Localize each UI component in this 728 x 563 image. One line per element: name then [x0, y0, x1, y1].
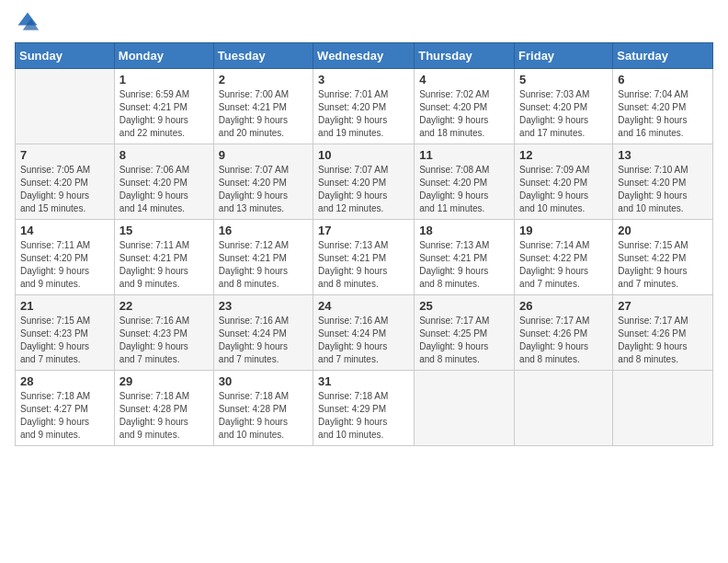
day-number: 27	[618, 299, 708, 313]
day-number: 30	[219, 374, 308, 388]
calendar-cell: 3Sunrise: 7:01 AM Sunset: 4:20 PM Daylig…	[313, 69, 415, 144]
header	[15, 9, 713, 35]
header-friday: Friday	[515, 43, 613, 69]
day-number: 29	[119, 374, 209, 388]
day-info: Sunrise: 7:17 AM Sunset: 4:25 PM Dayligh…	[419, 315, 509, 366]
day-number: 19	[519, 224, 608, 237]
header-thursday: Thursday	[415, 43, 515, 69]
day-number: 28	[20, 374, 109, 388]
calendar-cell: 7Sunrise: 7:05 AM Sunset: 4:20 PM Daylig…	[16, 144, 115, 220]
day-info: Sunrise: 7:11 AM Sunset: 4:21 PM Dayligh…	[119, 239, 209, 291]
day-info: Sunrise: 7:09 AM Sunset: 4:20 PM Dayligh…	[519, 164, 608, 215]
day-number: 5	[519, 73, 608, 86]
calendar-cell: 10Sunrise: 7:07 AM Sunset: 4:20 PM Dayli…	[313, 144, 415, 220]
day-info: Sunrise: 7:01 AM Sunset: 4:20 PM Dayligh…	[318, 88, 409, 140]
calendar-cell	[515, 371, 613, 446]
calendar-week-row: 21Sunrise: 7:15 AM Sunset: 4:23 PM Dayli…	[16, 295, 713, 371]
day-info: Sunrise: 7:00 AM Sunset: 4:21 PM Dayligh…	[219, 88, 308, 140]
day-number: 2	[219, 73, 308, 86]
calendar-cell: 11Sunrise: 7:08 AM Sunset: 4:20 PM Dayli…	[415, 144, 515, 220]
calendar-cell: 24Sunrise: 7:16 AM Sunset: 4:24 PM Dayli…	[313, 295, 415, 371]
header-saturday: Saturday	[613, 43, 713, 69]
day-info: Sunrise: 7:07 AM Sunset: 4:20 PM Dayligh…	[318, 164, 409, 215]
calendar-cell: 22Sunrise: 7:16 AM Sunset: 4:23 PM Dayli…	[114, 295, 213, 371]
calendar-cell: 25Sunrise: 7:17 AM Sunset: 4:25 PM Dayli…	[415, 295, 515, 371]
day-number: 7	[20, 148, 109, 162]
calendar-cell: 30Sunrise: 7:18 AM Sunset: 4:28 PM Dayli…	[213, 371, 313, 446]
day-number: 8	[119, 148, 209, 162]
logo	[15, 9, 44, 35]
day-info: Sunrise: 7:17 AM Sunset: 4:26 PM Dayligh…	[618, 315, 708, 366]
day-number: 15	[119, 224, 209, 237]
calendar-cell: 14Sunrise: 7:11 AM Sunset: 4:20 PM Dayli…	[16, 220, 115, 295]
calendar-week-row: 7Sunrise: 7:05 AM Sunset: 4:20 PM Daylig…	[16, 144, 713, 220]
logo-icon	[15, 9, 40, 35]
day-info: Sunrise: 7:18 AM Sunset: 4:29 PM Dayligh…	[318, 390, 409, 442]
calendar-cell: 8Sunrise: 7:06 AM Sunset: 4:20 PM Daylig…	[114, 144, 213, 220]
header-tuesday: Tuesday	[213, 43, 313, 69]
day-number: 14	[20, 224, 109, 237]
day-info: Sunrise: 7:18 AM Sunset: 4:28 PM Dayligh…	[219, 390, 308, 442]
day-info: Sunrise: 7:05 AM Sunset: 4:20 PM Dayligh…	[20, 164, 109, 215]
day-number: 20	[618, 224, 708, 237]
day-number: 4	[419, 73, 509, 86]
calendar-cell: 15Sunrise: 7:11 AM Sunset: 4:21 PM Dayli…	[114, 220, 213, 295]
day-number: 13	[618, 148, 708, 162]
calendar-cell: 12Sunrise: 7:09 AM Sunset: 4:20 PM Dayli…	[515, 144, 613, 220]
day-number: 24	[318, 299, 409, 313]
day-number: 12	[519, 148, 608, 162]
day-number: 22	[119, 299, 209, 313]
calendar-cell: 17Sunrise: 7:13 AM Sunset: 4:21 PM Dayli…	[313, 220, 415, 295]
calendar-week-row: 14Sunrise: 7:11 AM Sunset: 4:20 PM Dayli…	[16, 220, 713, 295]
day-info: Sunrise: 7:11 AM Sunset: 4:20 PM Dayligh…	[20, 239, 109, 291]
calendar-cell: 27Sunrise: 7:17 AM Sunset: 4:26 PM Dayli…	[613, 295, 713, 371]
calendar-cell: 13Sunrise: 7:10 AM Sunset: 4:20 PM Dayli…	[613, 144, 713, 220]
day-number: 10	[318, 148, 409, 162]
calendar-cell: 5Sunrise: 7:03 AM Sunset: 4:20 PM Daylig…	[515, 69, 613, 144]
day-info: Sunrise: 7:16 AM Sunset: 4:24 PM Dayligh…	[219, 315, 308, 366]
day-info: Sunrise: 7:03 AM Sunset: 4:20 PM Dayligh…	[519, 88, 608, 140]
calendar-cell: 23Sunrise: 7:16 AM Sunset: 4:24 PM Dayli…	[213, 295, 313, 371]
day-info: Sunrise: 7:17 AM Sunset: 4:26 PM Dayligh…	[519, 315, 608, 366]
day-number: 3	[318, 73, 409, 86]
calendar-cell: 26Sunrise: 7:17 AM Sunset: 4:26 PM Dayli…	[515, 295, 613, 371]
day-number: 17	[318, 224, 409, 237]
day-info: Sunrise: 7:12 AM Sunset: 4:21 PM Dayligh…	[219, 239, 308, 291]
day-number: 21	[20, 299, 109, 313]
day-number: 26	[519, 299, 608, 313]
calendar-week-row: 28Sunrise: 7:18 AM Sunset: 4:27 PM Dayli…	[16, 371, 713, 446]
day-info: Sunrise: 7:04 AM Sunset: 4:20 PM Dayligh…	[618, 88, 708, 140]
day-number: 9	[219, 148, 308, 162]
day-info: Sunrise: 7:15 AM Sunset: 4:23 PM Dayligh…	[20, 315, 109, 366]
day-number: 18	[419, 224, 509, 237]
day-number: 16	[219, 224, 308, 237]
day-info: Sunrise: 7:18 AM Sunset: 4:28 PM Dayligh…	[119, 390, 209, 442]
calendar-cell: 31Sunrise: 7:18 AM Sunset: 4:29 PM Dayli…	[313, 371, 415, 446]
calendar-cell: 1Sunrise: 6:59 AM Sunset: 4:21 PM Daylig…	[114, 69, 213, 144]
calendar-cell	[415, 371, 515, 446]
day-info: Sunrise: 7:13 AM Sunset: 4:21 PM Dayligh…	[419, 239, 509, 291]
calendar-cell: 28Sunrise: 7:18 AM Sunset: 4:27 PM Dayli…	[16, 371, 115, 446]
day-info: Sunrise: 7:16 AM Sunset: 4:24 PM Dayligh…	[318, 315, 409, 366]
day-info: Sunrise: 7:07 AM Sunset: 4:20 PM Dayligh…	[219, 164, 308, 215]
day-info: Sunrise: 7:18 AM Sunset: 4:27 PM Dayligh…	[20, 390, 109, 442]
calendar-cell: 4Sunrise: 7:02 AM Sunset: 4:20 PM Daylig…	[415, 69, 515, 144]
header-wednesday: Wednesday	[313, 43, 415, 69]
calendar-cell: 2Sunrise: 7:00 AM Sunset: 4:21 PM Daylig…	[213, 69, 313, 144]
day-number: 11	[419, 148, 509, 162]
calendar-cell: 18Sunrise: 7:13 AM Sunset: 4:21 PM Dayli…	[415, 220, 515, 295]
day-info: Sunrise: 7:15 AM Sunset: 4:22 PM Dayligh…	[618, 239, 708, 291]
calendar-cell: 29Sunrise: 7:18 AM Sunset: 4:28 PM Dayli…	[114, 371, 213, 446]
calendar-cell: 9Sunrise: 7:07 AM Sunset: 4:20 PM Daylig…	[213, 144, 313, 220]
day-number: 25	[419, 299, 509, 313]
calendar-cell: 16Sunrise: 7:12 AM Sunset: 4:21 PM Dayli…	[213, 220, 313, 295]
calendar-cell	[16, 69, 115, 144]
calendar-week-row: 1Sunrise: 6:59 AM Sunset: 4:21 PM Daylig…	[16, 69, 713, 144]
day-info: Sunrise: 7:10 AM Sunset: 4:20 PM Dayligh…	[618, 164, 708, 215]
day-info: Sunrise: 7:08 AM Sunset: 4:20 PM Dayligh…	[419, 164, 509, 215]
calendar-cell	[613, 371, 713, 446]
day-info: Sunrise: 7:02 AM Sunset: 4:20 PM Dayligh…	[419, 88, 509, 140]
calendar-cell: 21Sunrise: 7:15 AM Sunset: 4:23 PM Dayli…	[16, 295, 115, 371]
calendar-cell: 20Sunrise: 7:15 AM Sunset: 4:22 PM Dayli…	[613, 220, 713, 295]
header-monday: Monday	[114, 43, 213, 69]
